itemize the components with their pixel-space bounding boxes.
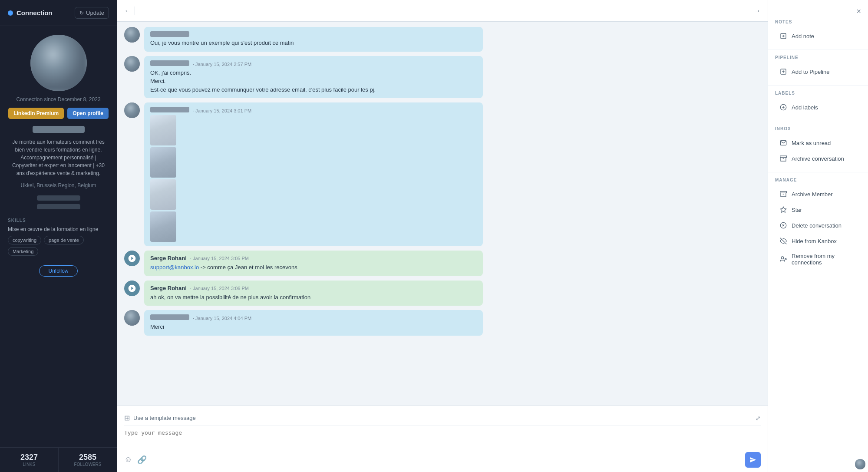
star-label: Star — [792, 207, 802, 213]
svg-rect-5 — [780, 191, 787, 193]
skills-section: SKILLS Mise en œuvre de la formation en … — [0, 218, 117, 256]
msg-time-3: · January 15, 2024 3:01 PM — [193, 108, 251, 113]
forward-button[interactable]: → — [754, 7, 761, 15]
emoji-icon[interactable]: ☺ — [124, 455, 132, 465]
unfollow-section: Unfollow — [8, 265, 109, 277]
expand-icon[interactable]: ⤢ — [756, 415, 761, 422]
skill-main: Mise en œuvre de la formation en ligne — [8, 226, 109, 232]
stat-links-label: LINKS — [5, 462, 53, 467]
msg-avatar-serge-2 — [124, 281, 140, 296]
msg-avatar-2 — [124, 56, 140, 72]
archive-conversation-item[interactable]: Archive conversation — [775, 151, 861, 166]
template-trigger[interactable]: ⊞ Use a template message — [124, 414, 196, 422]
msg-text-6: Merci — [150, 323, 164, 330]
msg-header-2: · January 15, 2024 2:57 PM — [150, 60, 477, 67]
msg-header-3: · January 15, 2024 3:01 PM — [150, 107, 477, 113]
add-labels-icon — [779, 103, 787, 111]
skills-label: SKILLS — [8, 218, 109, 223]
unfollow-button[interactable]: Unfollow — [39, 265, 77, 277]
message-4: Serge Rohani · January 15, 2024 3:05 PM … — [124, 251, 761, 276]
msg-content-1: Oui, je vous montre un exemple qui s'est… — [144, 27, 483, 52]
profile-buttons: LinkedIn Premium Open profile — [8, 108, 109, 119]
msg-image-1 — [150, 115, 176, 145]
msg-header-5: Serge Rohani · January 15, 2024 3:06 PM — [150, 285, 477, 291]
msg-time-5: · January 15, 2024 3:06 PM — [190, 286, 249, 291]
connection-since: Connection since December 8, 2023 — [16, 96, 100, 102]
mark-unread-item[interactable]: Mark as unread — [775, 135, 861, 150]
msg-text-4: support@kanbox.io -> comme ça Jean et mo… — [150, 264, 297, 271]
hide-kanbox-label: Hide from Kanbox — [792, 238, 837, 244]
add-note-item[interactable]: Add note — [775, 29, 861, 43]
manage-section: MANAGE Archive Member Star — [768, 178, 868, 275]
msg-wrapper-5: Serge Rohani · January 15, 2024 3:06 PM … — [144, 281, 761, 306]
stat-followers-label: FOLLOWERS — [64, 462, 112, 467]
blurred-line-1 — [37, 195, 80, 201]
star-item[interactable]: Star — [775, 202, 861, 217]
msg-text-2: OK, j'ai compris.Merci.Est-ce que vous p… — [150, 69, 376, 93]
stats-row: 2327 LINKS 2585 FOLLOWERS — [0, 447, 117, 472]
hide-kanbox-icon — [779, 237, 787, 245]
chat-header-left: ← — [124, 7, 135, 15]
remove-connections-icon — [779, 255, 787, 263]
hide-kanbox-item[interactable]: Hide from Kanbox — [775, 234, 861, 248]
send-button[interactable] — [745, 452, 761, 468]
manage-title: MANAGE — [775, 178, 861, 182]
add-note-icon — [779, 32, 787, 40]
add-pipeline-item[interactable]: Add to Pipeline — [775, 64, 861, 79]
chat-header: ← → — [117, 0, 768, 22]
skill-tag-marketing: Marketing — [8, 247, 38, 256]
star-icon — [779, 206, 787, 214]
linkedin-premium-button[interactable]: LinkedIn Premium — [8, 108, 64, 119]
open-profile-button[interactable]: Open profile — [67, 108, 109, 119]
msg-header-1 — [150, 31, 477, 37]
inbox-section: INBOX Mark as unread Archive conversatio… — [768, 126, 868, 172]
update-button[interactable]: ↻ Update — [75, 7, 109, 19]
connection-dot — [8, 10, 13, 16]
msg-content-3: · January 15, 2024 3:01 PM — [144, 102, 483, 246]
mark-unread-label: Mark as unread — [792, 140, 831, 146]
msg-name-blurred-1 — [150, 31, 189, 37]
contact-location: Ukkel, Brussels Region, Belgium — [20, 182, 96, 188]
msg-content-6: · January 15, 2024 4:04 PM Merci — [144, 310, 483, 336]
contact-name-blurred — [33, 126, 85, 133]
msg-time-6: · January 15, 2024 4:04 PM — [193, 316, 251, 321]
skill-tag-page-de-vente: page de vente — [44, 236, 84, 244]
archive-conversation-icon — [779, 155, 787, 162]
svg-point-12 — [781, 257, 783, 259]
avatar-blur — [30, 35, 87, 91]
avatar — [30, 35, 87, 91]
msg-link-4[interactable]: support@kanbox.io — [150, 264, 199, 271]
skill-tags: copywriting page de vente Marketing — [8, 236, 109, 256]
msg-time-4: · January 15, 2024 3:05 PM — [190, 256, 249, 261]
delete-conversation-item[interactable]: Delete conversation — [775, 218, 861, 233]
pipeline-title: PIPELINE — [775, 55, 861, 60]
msg-avatar-3 — [124, 102, 140, 118]
template-icon: ⊞ — [124, 414, 130, 422]
msg-content-4: Serge Rohani · January 15, 2024 3:05 PM … — [144, 251, 483, 276]
message-input[interactable] — [124, 429, 761, 447]
msg-text-5: ah ok, on va mettre la possibilité de ne… — [150, 294, 310, 300]
remove-connections-item[interactable]: Remove from my connections — [775, 249, 861, 269]
blurred-line-2 — [37, 204, 80, 209]
header-divider — [135, 7, 135, 15]
message-3: · January 15, 2024 3:01 PM — [124, 102, 761, 246]
add-pipeline-label: Add to Pipeline — [792, 69, 829, 75]
sidebar-title: Connection — [17, 9, 53, 17]
close-button[interactable]: × — [856, 7, 861, 16]
msg-image-2 — [150, 147, 176, 178]
chat-input-area: ⊞ Use a template message ⤢ ☺ 🔗 — [117, 406, 768, 472]
template-bar: ⊞ Use a template message ⤢ — [124, 410, 761, 426]
avatar-section: Connection since December 8, 2023 Linked… — [0, 26, 117, 218]
message-2: · January 15, 2024 2:57 PM OK, j'ai comp… — [124, 56, 761, 99]
msg-name-blurred-2 — [150, 60, 189, 66]
add-labels-label: Add labels — [792, 104, 818, 111]
chat-toolbar: ☺ 🔗 — [124, 449, 761, 468]
back-button[interactable]: ← — [124, 7, 131, 15]
msg-name-4: Serge Rohani — [150, 255, 187, 261]
add-labels-item[interactable]: Add labels — [775, 100, 861, 115]
attachment-icon[interactable]: 🔗 — [137, 455, 147, 465]
archive-member-item[interactable]: Archive Member — [775, 187, 861, 201]
update-icon: ↻ — [79, 10, 84, 16]
msg-image-4 — [150, 211, 176, 242]
notes-title: NOTES — [775, 20, 861, 24]
